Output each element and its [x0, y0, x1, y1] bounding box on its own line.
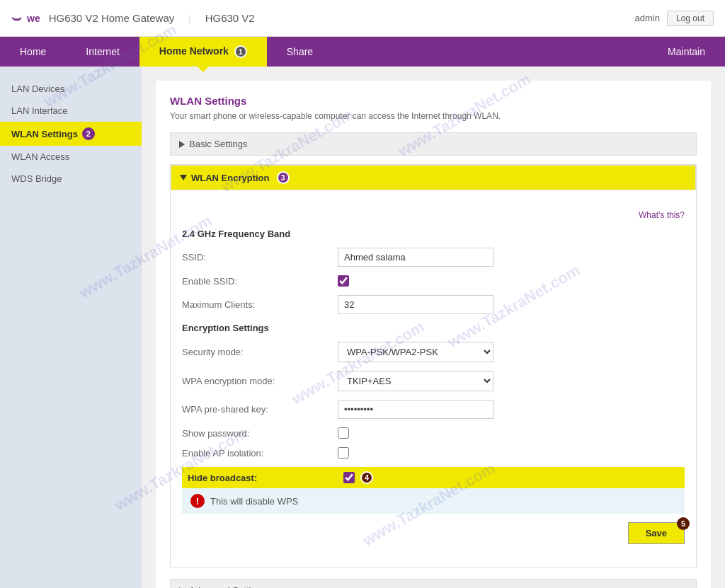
hide-broadcast-row: Hide broadcast: 4: [182, 467, 685, 488]
wpa-enc-mode-select[interactable]: TKIP+AES TKIP AES: [338, 371, 493, 391]
enable-ssid-row: Enable SSID:: [182, 275, 685, 287]
nav-share[interactable]: Share: [267, 38, 333, 66]
show-password-checkbox[interactable]: [338, 427, 349, 439]
security-mode-row: Security mode: WPA-PSK/WPA2-PSK WPA-PSK …: [182, 342, 685, 362]
logo-icon: ⌣: [11, 9, 21, 28]
sidebar-item-wlan-settings[interactable]: WLAN Settings 2: [0, 122, 142, 146]
preshared-key-row: WPA pre-shared key:: [182, 400, 685, 419]
hide-broadcast-badge: 4: [360, 471, 373, 484]
enable-ssid-checkbox[interactable]: [338, 275, 349, 287]
preshared-key-input[interactable]: [338, 400, 493, 419]
max-clients-label: Maximum Clients:: [182, 299, 338, 310]
ssid-input[interactable]: [338, 248, 493, 267]
page-title: WLAN Settings: [170, 95, 697, 107]
wlan-encryption-panel: WLAN Encryption 3 What's this? 2.4 GHz F…: [170, 164, 697, 567]
nav-internet[interactable]: Internet: [66, 38, 139, 66]
header-divider: |: [188, 13, 190, 23]
advanced-settings-label: Advanced Settings: [189, 585, 266, 588]
logout-button[interactable]: Log out: [667, 11, 714, 26]
nav-home-network[interactable]: Home Network 1: [139, 37, 267, 67]
save-button[interactable]: Save 5: [628, 522, 685, 544]
freq-band-title: 2.4 GHz Frequency Band: [182, 229, 685, 239]
sidebar-item-wds-bridge[interactable]: WDS Bridge: [0, 168, 142, 190]
security-mode-select[interactable]: WPA-PSK/WPA2-PSK WPA-PSK WPA2-PSK None: [338, 342, 493, 362]
main-nav: Home Internet Home Network 1 Share Maint…: [0, 37, 725, 67]
basic-settings-toggle[interactable]: Basic Settings: [170, 132, 697, 156]
save-row: Save 5: [182, 522, 685, 544]
nav-home[interactable]: Home: [0, 38, 66, 66]
basic-settings-label: Basic Settings: [189, 139, 247, 149]
basic-settings-arrow: [179, 141, 185, 148]
max-clients-input[interactable]: [338, 295, 493, 314]
wpa-enc-mode-row: WPA encryption mode: TKIP+AES TKIP AES: [182, 371, 685, 391]
ssid-label: SSID:: [182, 252, 338, 263]
header-model: HG630 V2: [205, 12, 255, 24]
enable-ap-label: Enable AP isolation:: [182, 448, 338, 459]
encryption-content: What's this? 2.4 GHz Frequency Band SSID…: [171, 199, 696, 567]
ssid-row: SSID:: [182, 248, 685, 267]
hide-broadcast-checkbox[interactable]: [343, 472, 355, 483]
show-password-row: Show password:: [182, 427, 685, 439]
nav-home-network-badge: 1: [234, 45, 247, 58]
nav-maintain[interactable]: Maintain: [648, 38, 725, 66]
content-box: WLAN Settings Your smart phone or wirele…: [156, 81, 711, 588]
layout: LAN Devices LAN Interface WLAN Settings …: [0, 67, 725, 588]
warning-icon: !: [190, 494, 205, 508]
sidebar-wlan-badge: 2: [82, 127, 95, 140]
sidebar: LAN Devices LAN Interface WLAN Settings …: [0, 67, 142, 588]
warning-text: This will disable WPS: [210, 496, 298, 507]
admin-label: admin: [635, 13, 660, 23]
logo: ⌣ we: [11, 9, 40, 28]
wlan-encryption-toggle[interactable]: WLAN Encryption 3: [171, 165, 696, 190]
wlan-encryption-arrow: [180, 175, 187, 180]
what-this-link[interactable]: What's this?: [182, 210, 685, 220]
max-clients-row: Maximum Clients:: [182, 295, 685, 314]
preshared-key-label: WPA pre-shared key:: [182, 404, 338, 415]
header: ⌣ we HG630 V2 Home Gateway | HG630 V2 ad…: [0, 0, 725, 37]
page-description: Your smart phone or wireless-capable com…: [170, 111, 697, 121]
save-badge: 5: [677, 517, 690, 530]
enable-ap-checkbox[interactable]: [338, 447, 349, 459]
warning-row: ! This will disable WPS: [182, 488, 685, 514]
hide-broadcast-label: Hide broadcast:: [188, 473, 343, 483]
advanced-settings-toggle[interactable]: Advanced Settings: [170, 579, 697, 588]
enable-ap-row: Enable AP isolation:: [182, 447, 685, 459]
we-brand: we: [27, 13, 40, 24]
wpa-enc-mode-label: WPA encryption mode:: [182, 376, 338, 386]
sidebar-item-wlan-access[interactable]: WLAN Access: [0, 146, 142, 168]
main-content: WLAN Settings Your smart phone or wirele…: [142, 67, 725, 588]
header-right: admin Log out: [635, 11, 714, 26]
security-mode-label: Security mode:: [182, 347, 338, 357]
sidebar-item-lan-devices[interactable]: LAN Devices: [0, 78, 142, 100]
header-title: HG630 V2 Home Gateway: [49, 12, 175, 24]
header-left: ⌣ we HG630 V2 Home Gateway | HG630 V2: [11, 9, 255, 28]
sidebar-item-lan-interface[interactable]: LAN Interface: [0, 100, 142, 122]
show-password-label: Show password:: [182, 428, 338, 439]
enable-ssid-label: Enable SSID:: [182, 276, 338, 287]
wlan-encryption-label: WLAN Encryption: [191, 173, 270, 183]
wlan-encryption-badge: 3: [277, 171, 290, 184]
enc-settings-title: Encryption Settings: [182, 323, 685, 333]
